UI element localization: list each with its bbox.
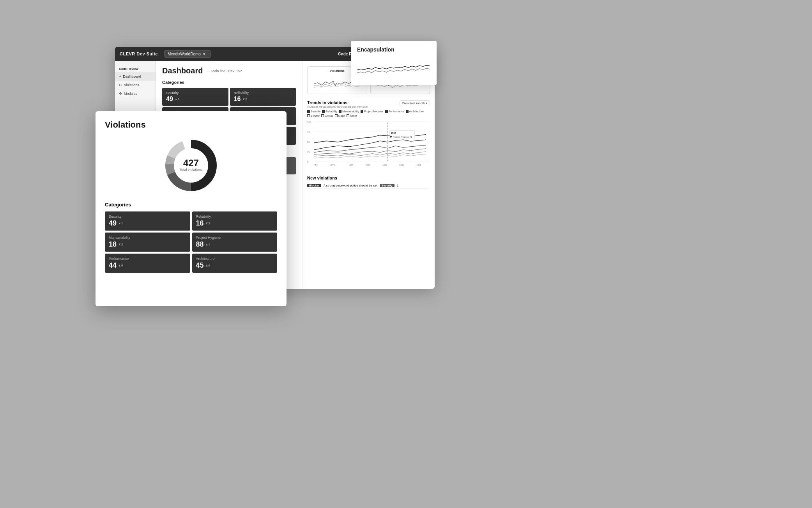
project-selector[interactable]: MendixWorldDemo ▾ <box>164 50 211 58</box>
svg-text:1073: 1073 <box>330 164 335 166</box>
dashboard-header: Dashboard ← Main line · Rev. 152 <box>162 66 296 75</box>
svg-text:754: 754 <box>314 164 318 166</box>
svg-point-20 <box>390 136 392 138</box>
v-cat-performance: Performance 44▲0 <box>105 254 190 273</box>
legend-mantainability: Mantainability <box>339 110 359 113</box>
legend-performance: Performance <box>385 110 404 113</box>
chevron-down-icon: ▾ <box>203 52 205 56</box>
v-categories-title: Categories <box>105 202 277 208</box>
v-cat-security-val: 49▲1 <box>109 219 186 227</box>
violation-row: Blocker A strong password policy should … <box>307 183 430 189</box>
cat-security: Security 49▲1 <box>162 88 228 106</box>
legend: Security Reliability Mantainability Proj… <box>307 110 430 117</box>
cat-security-value: 49▲1 <box>166 96 225 103</box>
v-cat-hygiene-name: Project Hygiene <box>196 236 274 240</box>
v-cat-mantainability-val: 18▼2 <box>109 240 186 249</box>
encapsulation-chart <box>357 57 430 78</box>
legend-security: Security <box>307 110 320 113</box>
legend-architecture: Architecture <box>406 110 424 113</box>
dashboard-title: Dashboard <box>162 66 203 75</box>
v-cat-security-name: Security <box>109 215 186 218</box>
donut-wrapper: 427 Total violations <box>162 136 220 195</box>
svg-text:1831: 1831 <box>399 164 404 166</box>
legend-reliability: Reliability <box>322 110 337 113</box>
blocker-badge: Blocker <box>307 184 321 187</box>
donut-center: 427 Total violations <box>179 158 202 172</box>
legend-major: Major <box>335 114 345 117</box>
svg-text:Project Hygiene  71: Project Hygiene 71 <box>393 136 412 138</box>
donut-container: 427 Total violations <box>105 136 277 195</box>
sidebar-dashboard-label: Dashboard <box>123 75 141 78</box>
v-cat-reliability-val: 16▼2 <box>196 219 274 227</box>
dashboard-icon: ~ <box>119 75 121 78</box>
cat-reliability: Reliability 16▼2 <box>230 88 296 106</box>
sidebar-section: Code Review <box>115 65 156 72</box>
sidebar-item-dashboard[interactable]: ~ Dashboard <box>115 72 156 81</box>
encapsulation-popup: Encapsulation <box>351 41 437 85</box>
legend-critical: Critical <box>321 114 333 117</box>
from-last-filter[interactable]: From last month ▾ <box>400 100 430 106</box>
branch-info: ← Main line · Rev. 152 <box>207 69 242 73</box>
cat-reliability-name: Reliability <box>234 91 292 95</box>
total-label: Total violations <box>179 168 202 172</box>
violations-window: Violations 427 Total violations Ca <box>96 111 287 306</box>
sidebar-violations-label: Violations <box>124 83 139 87</box>
v-cat-architecture-name: Architecture <box>196 257 274 261</box>
svg-text:1849: 1849 <box>417 164 421 166</box>
v-cat-security: Security 49▲1 <box>105 211 190 231</box>
v-cat-architecture: Architecture 45▲0 <box>192 254 278 273</box>
v-cat-performance-val: 44▲0 <box>109 261 186 270</box>
v-cat-hygiene-val: 88▲1 <box>196 240 274 249</box>
violation-text: A strong password policy should be set <box>324 184 377 187</box>
modules-icon: ❖ <box>119 92 122 96</box>
svg-text:1592: 1592 <box>391 132 396 134</box>
categories-title: Categories <box>162 80 296 85</box>
v-cat-reliability: Reliability 16▼2 <box>192 211 278 231</box>
total-violations: 427 <box>179 158 202 168</box>
svg-text:50: 50 <box>307 141 310 143</box>
violation-count: 1 <box>397 184 398 187</box>
svg-text:100: 100 <box>307 121 311 123</box>
cat-security-name: Security <box>166 91 225 95</box>
new-violations-title: New violations <box>307 176 430 180</box>
violations-icon: ⊙ <box>119 83 122 87</box>
svg-text:0: 0 <box>307 161 309 163</box>
right-panel: Violations App growth <box>302 61 435 289</box>
v-cat-mantainability-name: Mantainability <box>109 236 186 240</box>
trends-title: Trends in violations <box>307 100 368 105</box>
sidebar-item-violations[interactable]: ⊙ Violations <box>115 81 156 89</box>
v-cat-performance-name: Performance <box>109 257 186 261</box>
trends-header: Trends in violations Number of violation… <box>307 100 430 108</box>
v-cat-reliability-name: Reliability <box>196 215 274 218</box>
svg-text:1741: 1741 <box>366 164 370 166</box>
v-cat-mantainability: Mantainability 18▼2 <box>105 233 190 252</box>
legend-minor: Minor <box>347 114 357 117</box>
encapsulation-title: Encapsulation <box>357 46 430 53</box>
trends-subtitle: Number of violations introduced per revi… <box>307 105 368 108</box>
svg-text:1437: 1437 <box>349 164 353 166</box>
v-cat-project-hygiene: Project Hygiene 88▲1 <box>192 233 278 252</box>
sidebar-modules-label: Modules <box>124 92 137 96</box>
svg-text:75: 75 <box>307 131 310 133</box>
security-badge: Security <box>380 184 395 187</box>
v-cat-architecture-val: 45▲0 <box>196 261 274 270</box>
svg-text:1812: 1812 <box>382 164 387 166</box>
v-categories-grid: Security 49▲1 Reliability 16▼2 Mantainab… <box>105 211 277 273</box>
legend-blocker: Blocker <box>307 114 320 117</box>
svg-text:25: 25 <box>307 151 310 153</box>
cat-reliability-value: 16▼2 <box>234 96 292 103</box>
legend-project-hygiene: Project Hygiene <box>361 110 383 113</box>
sidebar-item-modules[interactable]: ❖ Modules <box>115 89 156 98</box>
app-logo: CLEVR Dev Suite <box>120 52 158 56</box>
violations-panel-title: Violations <box>105 120 277 130</box>
project-name: MendixWorldDemo <box>168 52 201 56</box>
trends-chart: 100 75 50 25 0 <box>307 119 430 170</box>
